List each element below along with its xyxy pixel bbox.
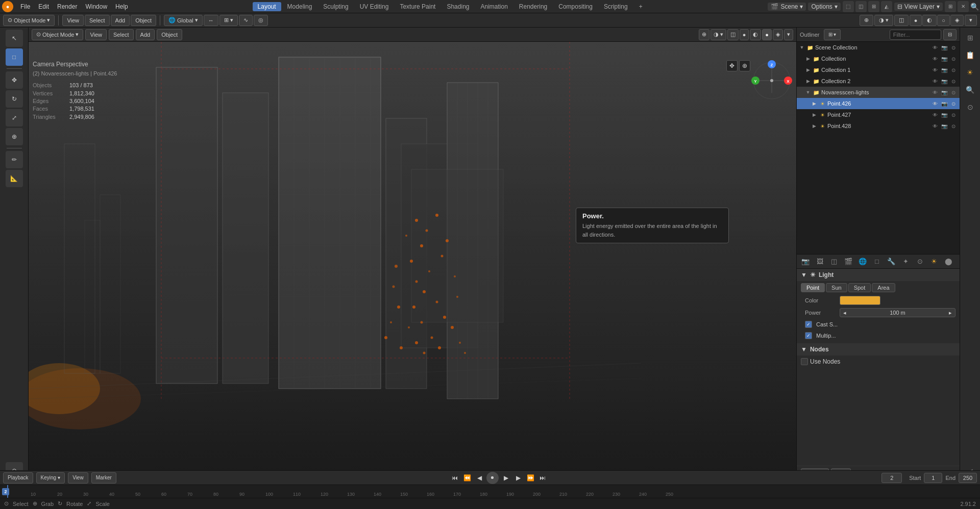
eye-icon-6[interactable]: 👁 [931,111,939,119]
cam-icon-3[interactable]: 📷 [940,77,948,85]
shading-rendered[interactable]: ○ [937,15,950,26]
prop-material-btn[interactable]: ⬤ [942,255,955,268]
prev-keyframe-btn[interactable]: ⏪ [462,473,472,483]
right-tab-1[interactable]: ⊞ [962,30,978,46]
menu-render[interactable]: Render [53,2,81,11]
gizmo-btn[interactable]: ⊕ [860,15,873,26]
next-keyframe-btn[interactable]: ⏩ [525,473,535,483]
xray-btn[interactable]: ◫ [894,15,909,26]
prev-frame-btn[interactable]: ◀ [474,473,484,483]
menu-edit[interactable]: Edit [34,2,53,11]
tab-modeling[interactable]: Modeling [282,2,317,11]
prop-object-btn[interactable]: □ [870,255,884,268]
vp-shading-solid[interactable]: ● [740,29,749,40]
outliner-item-3[interactable]: ▶ 📁 Collection 2 👁 📷 ⊙ [797,75,960,87]
vp-shading-rendered[interactable]: ● [762,29,772,40]
tab-rendering[interactable]: Rendering [514,2,552,11]
add-menu[interactable]: Add [111,15,130,26]
outliner-item-0[interactable]: ▼ 📁 Scene Collection 👁 📷 ⊙ [797,42,960,53]
vp-add-menu[interactable]: Add [136,29,155,40]
transform-btn-3[interactable]: ∿ [239,15,253,26]
prop-modifier-btn[interactable]: 🔧 [885,255,898,268]
vp-pan-btn[interactable]: ✥ [726,60,738,71]
timeline-view-menu[interactable]: View [68,472,88,483]
vl-button-1[interactable]: ⊞ [945,1,956,12]
shading-eevee[interactable]: ◈ [950,15,964,26]
tab-sculpting[interactable]: Sculpting [318,2,353,11]
main-viewport[interactable]: ⊙ Object Mode ▾ View Select Add Object ⊕… [29,28,796,481]
render-icon-1[interactable]: ⊙ [949,55,958,63]
tab-layout[interactable]: Layout [253,2,281,11]
keying-menu[interactable]: Keying ▾ [36,472,65,483]
render-icon-0[interactable]: ⊙ [949,43,958,52]
use-nodes-checkbox[interactable] [801,358,808,365]
cam-icon-5[interactable]: 📷 [940,99,948,108]
button-1[interactable]: ⬚ [843,1,854,12]
navigation-gizmo[interactable]: Z X Y [751,60,792,101]
object-menu[interactable]: Object [131,15,156,26]
vl-button-2[interactable]: ✕ [958,1,969,12]
play-btn[interactable]: ▶ [501,473,511,483]
outliner-search[interactable] [890,30,941,40]
outliner-item-2[interactable]: ▶ 📁 Collection 1 👁 📷 ⊙ [797,64,960,75]
cam-icon-2[interactable]: 📷 [940,66,948,74]
cast-shadow-checkbox[interactable]: ✓ [805,321,812,328]
tab-animation[interactable]: Animation [475,2,512,11]
outliner-display-mode[interactable]: ⊞ ▾ [824,29,841,40]
vp-shading-eevee[interactable]: ◈ [773,29,783,40]
render-icon-5[interactable]: ⊙ [949,99,958,108]
end-frame-input[interactable]: 250 [959,473,977,483]
right-tab-4[interactable]: 🔍 [962,82,978,98]
shading-dropdown[interactable]: ▾ [965,15,977,26]
marker-menu[interactable]: Marker [91,472,116,483]
annotate-tool[interactable]: ✏ [6,151,23,168]
scene-selector[interactable]: 🎬 Scene ▾ [768,3,806,11]
cam-icon-7[interactable]: 📷 [940,122,948,130]
mode-selector[interactable]: ⊙ Object Mode ▾ [3,15,55,26]
eye-icon-7[interactable]: 👁 [931,122,939,130]
eye-icon-5[interactable]: 👁 [931,99,939,108]
eye-icon-4[interactable]: 👁 [931,88,939,96]
render-icon-7[interactable]: ⊙ [949,122,958,130]
transform-btn-1[interactable]: ↔ [204,15,218,26]
power-value[interactable]: ◂ 100 m ▸ [840,308,955,317]
vp-object-menu[interactable]: Object [157,29,182,40]
prop-particles-btn[interactable]: ✦ [899,255,912,268]
render-icon-6[interactable]: ⊙ [949,111,958,119]
vp-mode-selector[interactable]: ⊙ Object Mode ▾ [32,29,83,40]
vp-zoom-btn[interactable]: ⊕ [739,60,750,71]
shading-material[interactable]: ◐ [922,15,937,26]
jump-start-btn[interactable]: ⏮ [450,473,460,483]
tab-compositing[interactable]: Compositing [553,2,598,11]
menu-help[interactable]: Help [111,2,132,11]
transform-global-btn[interactable]: 🌐 Global ▾ [164,15,203,26]
start-frame-input[interactable]: 1 [924,473,942,483]
vp-shading-material[interactable]: ◐ [750,29,761,40]
outliner-item-7[interactable]: ▶ ☀ Point.428 👁 📷 ⊙ [797,120,960,132]
button-4[interactable]: ◭ [881,1,892,12]
render-icon-3[interactable]: ⊙ [949,77,958,85]
shading-solid[interactable]: ● [910,15,922,26]
options-button[interactable]: Options ▾ [808,3,840,11]
proportional-btn[interactable]: ◎ [254,15,268,26]
vp-shading-extra[interactable]: ▾ [784,29,793,40]
cam-icon-6[interactable]: 📷 [940,111,948,119]
stop-btn[interactable]: ⏺ [486,472,499,484]
cam-icon-1[interactable]: 📷 [940,55,948,63]
button-3[interactable]: ⊞ [868,1,879,12]
cam-icon-4[interactable]: 📷 [940,88,948,96]
prop-render-btn[interactable]: 📷 [799,255,812,268]
transform-tool[interactable]: ⊕ [6,128,23,145]
tab-uv-editing[interactable]: UV Editing [355,2,394,11]
tab-scripting[interactable]: Scripting [599,2,633,11]
grab-tool[interactable]: ✥ [6,71,23,89]
tab-add-workspace[interactable]: + [634,2,648,11]
eye-icon-3[interactable]: 👁 [931,77,939,85]
prop-physics-btn[interactable]: ⊙ [913,255,926,268]
outliner-item-4[interactable]: ▼ 📁 Novaresscen-lights 👁 📷 ⊙ [797,87,960,98]
tab-shading[interactable]: Shading [442,2,474,11]
right-tab-2[interactable]: 📋 [962,47,978,63]
vp-overlay-toggle[interactable]: ◑ ▾ [710,29,726,40]
rotate-tool[interactable]: ↻ [6,90,23,108]
right-tab-5[interactable]: ⊙ [962,99,978,115]
